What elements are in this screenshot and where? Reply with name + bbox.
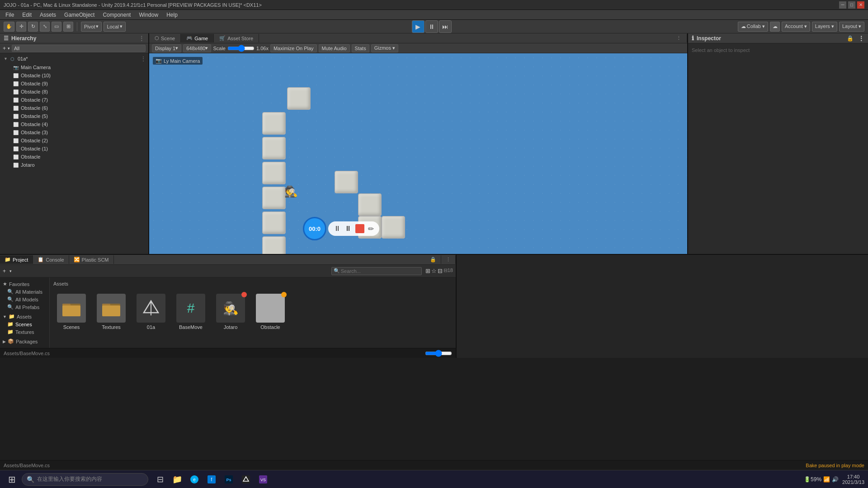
layout-dropdown[interactable]: Layout ▾ xyxy=(839,22,864,32)
hierarchy-item-obstacle-1[interactable]: ⬜ Obstacle (1) xyxy=(0,145,148,153)
maximize-button[interactable]: □ xyxy=(848,1,855,9)
timer-stop-button[interactable] xyxy=(355,224,364,233)
add-project-icon[interactable]: + xyxy=(3,268,6,274)
sidebar-all-prefabs[interactable]: 🔍 All Prefabs xyxy=(0,303,49,311)
menu-help[interactable]: Help xyxy=(163,11,181,19)
asset-01a[interactable]: 01a xyxy=(133,292,169,332)
menu-gameobject[interactable]: GameObject xyxy=(61,11,98,19)
taskbar-vs[interactable]: VS xyxy=(255,471,271,488)
hierarchy-item-obstacle-2[interactable]: ⬜ Obstacle (2) xyxy=(0,136,148,145)
menu-component[interactable]: Component xyxy=(99,11,134,19)
account-dropdown[interactable]: Account ▾ xyxy=(782,22,810,32)
tab-asset-store[interactable]: 🛒 Asset Store xyxy=(214,34,259,42)
hierarchy-menu-icon[interactable]: ⋮ xyxy=(138,35,145,42)
hierarchy-item-obstacle-3[interactable]: ⬜ Obstacle (3) xyxy=(0,128,148,136)
mute-audio-btn[interactable]: Mute Audio xyxy=(319,44,350,52)
transform-tool[interactable]: ⊞ xyxy=(63,22,73,32)
hierarchy-item-menu[interactable]: ⋮ xyxy=(140,55,146,62)
favorite-icon[interactable]: ☆ xyxy=(431,267,437,274)
panel-lock-icon[interactable]: 🔒 xyxy=(425,255,441,264)
collab-dropdown[interactable]: ☁ Collab ▾ xyxy=(738,22,768,32)
hierarchy-item-obstacle-5[interactable]: ⬜ Obstacle (5) xyxy=(0,112,148,120)
close-button[interactable]: ✕ xyxy=(857,1,864,9)
resolution-dropdown[interactable]: 648x480 ▾ xyxy=(183,44,211,52)
asset-obstacle[interactable]: Obstacle xyxy=(252,292,288,332)
local-dropdown[interactable]: Local ▾ xyxy=(104,22,125,32)
hierarchy-item-obstacle-10[interactable]: ⬜ Obstacle (10) xyxy=(0,71,148,80)
menu-window[interactable]: Window xyxy=(135,11,162,19)
project-search-input[interactable] xyxy=(341,268,409,274)
project-search-bar: 🔍 xyxy=(331,267,422,275)
taskbar-task-view[interactable]: ⊟ xyxy=(152,471,168,488)
tab-scene[interactable]: ⬡ Scene xyxy=(149,34,181,42)
hierarchy-item-obstacle-4[interactable]: ⬜ Obstacle (4) xyxy=(0,120,148,128)
rotate-tool[interactable]: ↻ xyxy=(28,22,38,32)
inspector-lock-icon[interactable]: 🔒 xyxy=(847,35,854,42)
tab-plastic-scm[interactable]: 🔀 Plastic SCM xyxy=(69,255,114,264)
sidebar-all-materials[interactable]: 🔍 All Materials xyxy=(0,288,49,296)
asset-scenes[interactable]: Scenes xyxy=(53,292,90,332)
taskbar-unity[interactable] xyxy=(238,471,254,488)
tab-game[interactable]: 🎮 Game xyxy=(181,34,214,42)
packages-header[interactable]: ▶ 📦 Packages xyxy=(0,338,49,345)
display-dropdown[interactable]: Display 1 ▾ xyxy=(152,44,181,52)
play-button[interactable]: ▶ xyxy=(412,20,425,33)
menu-assets[interactable]: Assets xyxy=(36,11,60,19)
move-tool[interactable]: ✛ xyxy=(16,22,26,32)
gizmos-btn[interactable]: Gizmos ▾ xyxy=(371,44,398,52)
rect-tool[interactable]: ▭ xyxy=(52,22,61,32)
size-slider[interactable] xyxy=(425,350,452,357)
hierarchy-item-obstacle-7[interactable]: ⬜ Obstacle (7) xyxy=(0,96,148,104)
sidebar-all-models[interactable]: 🔍 All Models xyxy=(0,296,49,303)
hierarchy-item-obstacle-6[interactable]: ⬜ Obstacle (6) xyxy=(0,104,148,112)
pivot-dropdown[interactable]: Pivot ▾ xyxy=(81,22,102,32)
sidebar-scenes[interactable]: 📁 Scenes xyxy=(0,320,49,328)
menu-file[interactable]: File xyxy=(2,11,18,19)
asset-jotaro[interactable]: 🕵️ Jotaro xyxy=(212,292,249,332)
timer-pen-icon[interactable]: ✏ xyxy=(368,225,374,233)
favorites-header[interactable]: ★ Favorites xyxy=(0,280,49,288)
scale-slider[interactable] xyxy=(227,45,255,52)
stats-btn[interactable]: Stats xyxy=(352,44,369,52)
assets-header[interactable]: ▼ 📁 Assets xyxy=(0,313,49,320)
cloud-button[interactable]: ☁ xyxy=(770,22,780,32)
add-icon[interactable]: + xyxy=(3,45,6,52)
step-button[interactable]: ⏭ xyxy=(439,20,452,33)
asset-basemove[interactable]: # BaseMove xyxy=(173,292,209,332)
minimize-button[interactable]: ─ xyxy=(839,1,846,9)
taskbar-app-2[interactable]: f xyxy=(203,471,220,488)
layers-dropdown[interactable]: Layers ▾ xyxy=(812,22,837,32)
hierarchy-item-obstacle[interactable]: ⬜ Obstacle xyxy=(0,153,148,161)
taskbar-photoshop[interactable]: Ps xyxy=(221,471,237,488)
local-label: Local xyxy=(107,24,118,29)
timer-pause-bars[interactable]: ⏸ xyxy=(344,225,352,233)
start-button[interactable]: ⊞ xyxy=(4,471,20,488)
hierarchy-item-main-camera[interactable]: 📷 Main Camera xyxy=(0,63,148,71)
grid-icon[interactable]: ⊞ xyxy=(425,267,430,274)
maximize-on-play-btn[interactable]: Maximize On Play xyxy=(270,44,317,52)
panel-menu-icon[interactable]: ⋮ xyxy=(441,255,456,264)
pause-button[interactable]: ⏸ xyxy=(425,20,438,33)
tab-project[interactable]: 📁 Project xyxy=(0,255,33,264)
scale-tool[interactable]: ⤡ xyxy=(40,22,50,32)
tab-menu-icon[interactable]: ⋮ xyxy=(671,34,687,42)
asset-textures[interactable]: Textures xyxy=(93,292,129,332)
taskbar-file-explorer[interactable]: 📁 xyxy=(169,471,185,488)
menu-edit[interactable]: Edit xyxy=(19,11,35,19)
hierarchy-item-jotaro[interactable]: ⬜ Jotaro xyxy=(0,161,148,169)
expand-arrow-assets: ▼ xyxy=(3,314,7,319)
tab-console[interactable]: 📋 Console xyxy=(33,255,69,264)
sidebar-textures[interactable]: 📁 Textures xyxy=(0,328,49,336)
taskbar-search[interactable]: 🔍 在这里输入你要搜索的内容 xyxy=(22,473,148,486)
inspector-menu-icon[interactable]: ⋮ xyxy=(858,35,864,42)
hierarchy-item-obstacle-9[interactable]: ⬜ Obstacle (9) xyxy=(0,80,148,88)
hierarchy-search-input[interactable] xyxy=(12,45,146,52)
taskbar-app-1[interactable]: e xyxy=(186,471,203,488)
filter-icon[interactable]: ⊟ xyxy=(438,267,443,274)
timer-pause-icon[interactable]: ⏸ xyxy=(334,225,341,233)
slider-control[interactable] xyxy=(425,350,452,357)
cube-7 xyxy=(287,87,311,110)
hierarchy-item-01a[interactable]: ▼ ⬡ 01a* ⋮ xyxy=(0,54,148,63)
hierarchy-item-obstacle-8[interactable]: ⬜ Obstacle (8) xyxy=(0,88,148,96)
hand-tool[interactable]: ✋ xyxy=(4,22,14,32)
